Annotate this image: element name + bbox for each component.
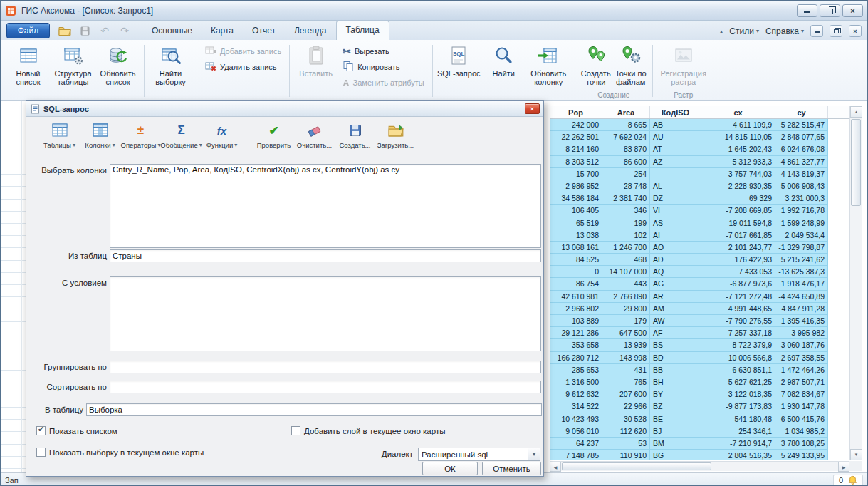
columns-menu-button[interactable]: Колонки▾ xyxy=(80,118,120,149)
table-cell[interactable]: 9 056 010 xyxy=(550,425,602,438)
redo-icon[interactable]: ↷ xyxy=(118,25,131,36)
table-cell[interactable]: 1 930 147,78 xyxy=(775,400,828,413)
ok-button[interactable]: ОК xyxy=(422,462,478,475)
table-cell[interactable]: 346 xyxy=(602,205,650,217)
table-cell[interactable]: AQ xyxy=(650,266,701,278)
horizontal-scrollbar[interactable]: ◀ ▶ xyxy=(550,461,849,471)
table-cell[interactable]: 314 522 xyxy=(550,400,602,413)
table-cell[interactable]: 86 754 xyxy=(550,278,602,290)
table-cell[interactable]: AS xyxy=(650,217,701,229)
load-query-button[interactable]: Загрузить... xyxy=(375,118,416,149)
table-cell[interactable]: 15 700 xyxy=(550,168,602,180)
table-cell[interactable]: AG xyxy=(650,278,701,290)
table-cell[interactable]: 254 xyxy=(602,168,650,180)
refresh-list-button[interactable]: Обновить список xyxy=(95,41,140,100)
scroll-right-button[interactable]: ▶ xyxy=(838,462,849,472)
table-cell[interactable]: 34 586 184 xyxy=(550,192,602,205)
table-row[interactable]: 9 056 010112 620BJ254 346,11 034 985,2 xyxy=(550,425,849,438)
mdi-close-button[interactable]: × xyxy=(849,25,862,37)
table-structure-button[interactable]: Структура таблицы xyxy=(51,41,95,100)
mdi-restore-button[interactable] xyxy=(830,25,842,37)
table-cell[interactable]: 3 757 744,03 xyxy=(701,168,775,180)
clear-button[interactable]: Очистить... xyxy=(294,118,335,149)
table-row[interactable]: 13 068 1611 246 700AO2 101 243,77-1 329 … xyxy=(550,242,849,254)
table-cell[interactable]: 22 262 501 xyxy=(550,131,602,143)
collapse-ribbon-icon[interactable]: ▴ xyxy=(720,28,723,35)
table-cell[interactable]: -19 011 594,8 xyxy=(701,217,775,229)
table-cell[interactable]: 13 939 xyxy=(602,339,650,351)
table-cell[interactable]: 468 xyxy=(602,254,650,266)
table-cell[interactable]: 29 800 xyxy=(602,303,650,315)
table-cell[interactable]: 765 xyxy=(602,376,650,388)
table-row[interactable]: 22 262 5017 692 024AU14 815 110,05-2 848… xyxy=(550,131,849,143)
table-cell[interactable]: BH xyxy=(650,376,701,388)
table-cell[interactable]: 8 303 512 xyxy=(550,156,602,168)
table-cell[interactable]: 69 329 xyxy=(701,192,775,205)
table-cell[interactable]: 179 xyxy=(602,315,650,327)
table-cell[interactable]: 3 231 000,3 xyxy=(775,192,828,205)
table-cell[interactable]: 443 xyxy=(602,278,650,290)
table-cell[interactable]: 8 214 160 xyxy=(550,143,602,155)
table-cell[interactable]: 4 847 911,28 xyxy=(775,303,828,315)
table-cell[interactable]: 65 519 xyxy=(550,217,602,229)
styles-menu[interactable]: Стили▾ xyxy=(729,26,759,36)
dialect-select[interactable]: Расширенный sql ▾ xyxy=(418,448,540,461)
show-as-list-checkbox[interactable]: ✔ Показать списком xyxy=(36,426,117,435)
from-tables-input[interactable] xyxy=(110,249,541,262)
new-list-button[interactable]: Новый список xyxy=(6,41,51,100)
create-points-button[interactable]: Создать точки xyxy=(579,41,613,92)
aggregate-menu-button[interactable]: Σ Обобщение▾ xyxy=(161,118,202,149)
update-column-button[interactable]: Обновить колонку xyxy=(526,41,571,100)
table-cell[interactable]: 0 xyxy=(550,266,602,278)
table-cell[interactable]: 1 034 985,2 xyxy=(775,425,828,438)
select-columns-textarea[interactable] xyxy=(110,164,541,248)
table-cell[interactable]: 8 665 xyxy=(602,119,650,131)
table-cell[interactable]: 176 422,93 xyxy=(701,254,775,266)
table-cell[interactable]: AZ xyxy=(650,156,701,168)
table-cell[interactable]: -13 625 387,3 xyxy=(775,266,828,278)
table-row[interactable]: 64 23753BM-7 210 914,73 780 108,25 xyxy=(550,438,849,450)
table-cell[interactable]: 2 381 740 xyxy=(602,192,650,205)
table-cell[interactable]: 166 280 712 xyxy=(550,352,602,364)
find-selection-button[interactable]: Найти выборку xyxy=(148,41,193,100)
table-cell[interactable]: 86 600 xyxy=(602,156,650,168)
table-cell[interactable]: 2 966 802 xyxy=(550,303,602,315)
table-row[interactable]: 42 610 9812 766 890AR-7 121 272,48-4 424… xyxy=(550,291,849,303)
table-cell[interactable]: 10 423 493 xyxy=(550,413,602,425)
tables-menu-button[interactable]: Таблицы▾ xyxy=(39,118,80,149)
table-cell[interactable]: 1 918 476,17 xyxy=(775,278,828,290)
table-cell[interactable]: 2 697 358,55 xyxy=(775,352,828,364)
table-cell[interactable]: 64 237 xyxy=(550,438,602,450)
copy-button[interactable]: Копировать xyxy=(338,59,429,75)
group-by-input[interactable] xyxy=(110,361,541,373)
table-cell[interactable]: 647 500 xyxy=(602,327,650,339)
table-cell[interactable]: 3 060 187,76 xyxy=(775,339,828,351)
help-menu[interactable]: Справка▾ xyxy=(765,26,804,36)
table-row[interactable]: 13 038102AI-7 017 661,852 049 534,4 xyxy=(550,229,849,242)
table-cell[interactable]: -7 017 661,85 xyxy=(701,229,775,242)
table-cell[interactable]: 199 xyxy=(602,217,650,229)
table-cell[interactable]: BE xyxy=(650,413,701,425)
table-cell[interactable]: 6 024 676,08 xyxy=(775,143,828,155)
table-row[interactable]: 242 0008 665AB4 611 109,95 282 515,47 xyxy=(550,119,849,131)
table-cell[interactable]: -8 722 379,9 xyxy=(701,339,775,351)
table-cell[interactable]: 7 082 834,67 xyxy=(775,388,828,400)
table-cell[interactable]: BG xyxy=(650,450,701,460)
horizontal-scroll-thumb[interactable] xyxy=(562,462,711,470)
table-cell[interactable]: -1 329 798,87 xyxy=(775,242,828,254)
table-cell[interactable]: 242 000 xyxy=(550,119,602,131)
restore-button[interactable] xyxy=(820,4,840,17)
table-cell[interactable]: BB xyxy=(650,364,701,376)
table-cell[interactable]: 102 xyxy=(602,229,650,242)
column-header[interactable]: КодISO xyxy=(650,106,701,118)
table-cell[interactable]: 103 889 xyxy=(550,315,602,327)
table-row[interactable]: 9 612 632207 600BY3 122 018,357 082 834,… xyxy=(550,388,849,400)
tab-main[interactable]: Основные xyxy=(142,22,202,40)
table-cell[interactable]: 6 500 415,76 xyxy=(775,413,828,425)
table-cell[interactable]: 112 620 xyxy=(602,425,650,438)
table-cell[interactable]: 7 257 337,18 xyxy=(701,327,775,339)
table-cell[interactable]: 4 861 327,77 xyxy=(775,156,828,168)
table-cell[interactable]: BJ xyxy=(650,425,701,438)
table-cell[interactable]: 5 282 515,47 xyxy=(775,119,828,131)
table-cell[interactable]: 28 748 xyxy=(602,180,650,192)
